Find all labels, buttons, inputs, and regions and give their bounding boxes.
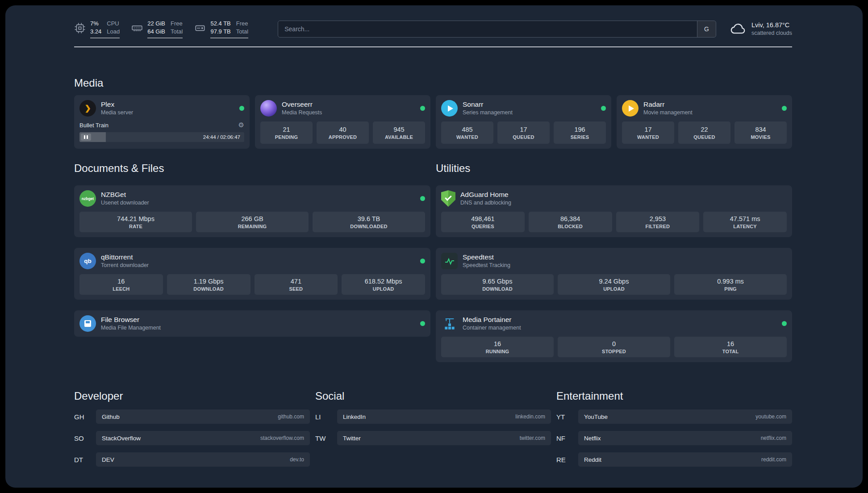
memory-readout: 22 GiB 64 GiB Free Total — [147, 20, 183, 38]
plex-icon: ❯ — [79, 100, 96, 117]
bookmark-abbr: RE — [556, 456, 572, 464]
status-dot — [239, 106, 244, 111]
bookmark-twitter[interactable]: TW Twitter twitter.com — [315, 431, 551, 445]
stat-box: 9.65 Gbps DOWNLOAD — [441, 274, 554, 295]
service-card-speedtest[interactable]: Speedtest Speedtest Tracking 9.65 Gbps D… — [436, 248, 792, 300]
stat-box: 47.571 ms LATENCY — [703, 212, 787, 232]
service-name: Radarr — [643, 100, 693, 109]
cpu-usage-value: 7% — [90, 20, 101, 28]
section-title-utilities: Utilities — [436, 162, 792, 175]
stat-box: 834 MOVIES — [734, 121, 787, 144]
service-card-overseerr[interactable]: Overseerr Media Requests 21 PENDING 40 A… — [255, 95, 430, 149]
bookmark-link[interactable]: Netflix netflix.com — [578, 431, 792, 445]
bookmark-group-developer: Developer GH Github github.com SO StackO… — [74, 390, 310, 467]
bookmark-linkedin[interactable]: LI LinkedIn linkedin.com — [315, 409, 551, 424]
bookmark-link[interactable]: Github github.com — [96, 409, 310, 424]
stat-box: 744.21 Mbps RATE — [79, 212, 192, 232]
bookmark-abbr: YT — [556, 413, 572, 421]
stat-box: 86,384 BLOCKED — [529, 212, 612, 232]
weather-widget: Lviv, 16.87°C scattered clouds — [730, 21, 792, 37]
speedtest-icon — [441, 253, 458, 269]
service-desc: Media Requests — [282, 109, 322, 117]
memory-icon — [131, 20, 143, 36]
stat-box: 17 WANTED — [622, 121, 674, 144]
radarr-icon — [622, 100, 638, 117]
stat-box: 0 STOPPED — [558, 337, 670, 357]
service-card-sonarr[interactable]: Sonarr Series management 485 WANTED 17 Q… — [436, 95, 611, 149]
service-name: Speedtest — [463, 253, 510, 261]
disk-icon — [194, 20, 206, 36]
bookmark-abbr: GH — [74, 413, 90, 421]
disk-total-value: 97.9 TB — [210, 28, 230, 36]
service-desc: Container management — [463, 325, 521, 332]
memory-widget: 22 GiB 64 GiB Free Total — [131, 20, 183, 38]
bookmark-link[interactable]: YouTube youtube.com — [578, 409, 792, 424]
stat-box: 16 TOTAL — [674, 337, 787, 357]
bookmark-reddit[interactable]: RE Reddit reddit.com — [556, 452, 792, 467]
service-card-portainer[interactable]: Media Portainer Container management 16 … — [436, 310, 792, 362]
header-divider — [74, 46, 792, 47]
service-card-adguard[interactable]: AdGuard Home DNS and adblocking 498,461 … — [436, 185, 792, 237]
weather-location: Lviv, 16.87°C — [751, 21, 792, 29]
bookmark-dev[interactable]: DT DEV dev.to — [74, 452, 310, 467]
service-name: Media Portainer — [463, 315, 521, 324]
portainer-icon — [441, 315, 458, 332]
stat-box: 9.24 Gbps UPLOAD — [558, 274, 670, 295]
service-card-plex[interactable]: ❯ Plex Media server Bullet Train ⚙ — [74, 95, 250, 149]
now-playing-title: Bullet Train — [79, 122, 108, 129]
bookmark-netflix[interactable]: NF Netflix netflix.com — [556, 431, 792, 445]
stat-box: 196 SERIES — [554, 121, 606, 144]
bookmark-link[interactable]: Reddit reddit.com — [578, 452, 792, 467]
status-dot — [420, 106, 425, 111]
bookmark-abbr: NF — [556, 435, 572, 442]
qbittorrent-icon: qb — [79, 253, 96, 269]
weather-condition: scattered clouds — [751, 29, 792, 37]
cpu-readout: 7% 3.24 CPU Load — [90, 20, 120, 38]
stat-box: 39.6 TB DOWNLOADED — [313, 212, 425, 232]
nzbget-icon: nzbget — [79, 190, 96, 207]
service-card-filebrowser[interactable]: File Browser Media File Management — [74, 310, 430, 337]
section-title-developer: Developer — [74, 390, 310, 402]
bookmark-stackoverflow[interactable]: SO StackOverflow stackoverflow.com — [74, 431, 310, 445]
bookmark-link[interactable]: DEV dev.to — [96, 452, 310, 467]
memory-free-label: Free — [171, 20, 183, 28]
section-title-media: Media — [74, 77, 792, 89]
bookmark-abbr: DT — [74, 456, 90, 464]
stat-box: 471 SEED — [255, 274, 338, 295]
playback-progress-bar[interactable]: 24:44 / 02:06:47 — [79, 132, 244, 142]
bookmark-link[interactable]: Twitter twitter.com — [337, 431, 551, 445]
section-title-entertainment: Entertainment — [556, 390, 792, 402]
search-input[interactable] — [278, 21, 697, 37]
stat-box: 485 WANTED — [441, 121, 493, 144]
pause-button[interactable] — [81, 134, 91, 141]
service-desc: Movie management — [643, 109, 693, 117]
service-name: Plex — [101, 100, 133, 109]
bookmark-github[interactable]: GH Github github.com — [74, 409, 310, 424]
cpu-load-value: 3.24 — [90, 28, 101, 36]
disk-widget: 52.4 TB 97.9 TB Free Total — [194, 20, 248, 38]
playback-time: 24:44 / 02:06:47 — [203, 132, 240, 142]
stat-box: 266 GB REMAINING — [196, 212, 309, 232]
bookmark-link[interactable]: StackOverflow stackoverflow.com — [96, 431, 310, 445]
stat-box: 40 APPROVED — [317, 121, 369, 144]
memory-free-value: 22 GiB — [147, 20, 165, 28]
settings-gear-icon[interactable]: ⚙ — [238, 121, 244, 129]
service-name: Sonarr — [463, 100, 513, 109]
service-card-qbittorrent[interactable]: qb qBittorrent Torrent downloader 16 LEE… — [74, 248, 430, 300]
status-dot — [420, 196, 425, 201]
section-title-social: Social — [315, 390, 551, 402]
disk-free-label: Free — [236, 20, 248, 28]
disk-free-value: 52.4 TB — [210, 20, 230, 28]
service-name: NZBGet — [101, 190, 149, 199]
adguard-icon — [441, 190, 455, 207]
bookmark-link[interactable]: LinkedIn linkedin.com — [337, 409, 551, 424]
service-card-radarr[interactable]: Radarr Movie management 17 WANTED 22 QUE… — [617, 95, 792, 149]
search-bar: G — [278, 21, 716, 38]
search-provider-button[interactable]: G — [697, 21, 716, 37]
cpu-icon — [74, 20, 86, 36]
bookmark-youtube[interactable]: YT YouTube youtube.com — [556, 409, 792, 424]
plex-now-playing: Bullet Train ⚙ 24:44 / 02:06:47 — [79, 121, 244, 142]
service-desc: Media server — [101, 109, 133, 117]
service-card-nzbget[interactable]: nzbget NZBGet Usenet downloader 744.21 M… — [74, 185, 430, 237]
bookmark-abbr: LI — [315, 413, 331, 421]
